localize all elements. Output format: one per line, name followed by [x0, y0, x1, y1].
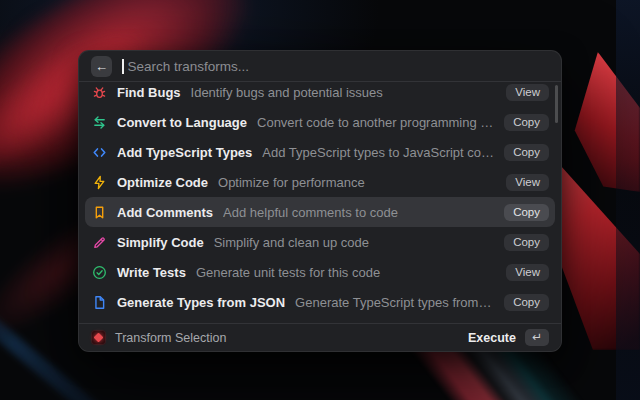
row-title: Add Comments [117, 205, 213, 220]
row-action-button[interactable]: Copy [504, 114, 549, 131]
list-item[interactable]: Add TypeScript Types Add TypeScript type… [79, 137, 561, 167]
row-subtitle: Add helpful comments to code [223, 205, 494, 220]
list-item[interactable]: Optimize Code Optimize for performance V… [79, 167, 561, 197]
check-circle-icon [91, 264, 107, 280]
bookmark-icon [91, 204, 107, 220]
scrollbar-thumb[interactable] [555, 85, 558, 123]
search-bar: ← [79, 51, 561, 82]
bug-icon [91, 84, 107, 100]
row-title: Find Bugs [117, 85, 181, 100]
row-action-button[interactable]: Copy [504, 204, 549, 221]
execute-label: Execute [468, 331, 516, 345]
row-subtitle: Simplify and clean up code [214, 235, 494, 250]
row-title: Generate Types from JSON [117, 295, 285, 310]
text-cursor [122, 59, 124, 74]
back-button[interactable]: ← [91, 56, 112, 77]
row-subtitle: Generate TypeScript types from JSON data [295, 295, 494, 310]
code-brackets-icon [91, 144, 107, 160]
row-subtitle: Identify bugs and potential issues [191, 85, 497, 100]
row-subtitle: Generate unit tests for this code [196, 265, 496, 280]
row-action-button[interactable]: Copy [504, 144, 549, 161]
search-input[interactable] [128, 59, 550, 74]
diamond-glyph [94, 333, 104, 343]
row-subtitle: Optimize for performance [218, 175, 496, 190]
list-item[interactable]: Add Comments Add helpful comments to cod… [85, 197, 555, 227]
row-title: Convert to Language [117, 115, 247, 130]
row-action-button[interactable]: Copy [504, 294, 549, 311]
swap-arrows-icon [91, 114, 107, 130]
transform-list-items: Find Bugs Identify bugs and potential is… [79, 82, 561, 317]
list-item[interactable]: Generate Types from JSON Generate TypeSc… [79, 287, 561, 317]
list-item[interactable]: Convert to Language Convert code to anot… [79, 107, 561, 137]
list-item[interactable]: Simplify Code Simplify and clean up code… [79, 227, 561, 257]
row-title: Optimize Code [117, 175, 208, 190]
return-key-badge[interactable]: ↵ [525, 329, 549, 346]
row-action-button[interactable]: Copy [504, 234, 549, 251]
command-palette: ← Find Bugs Identify bugs and potential … [78, 50, 562, 352]
row-action-button[interactable]: View [506, 174, 549, 191]
row-title: Write Tests [117, 265, 186, 280]
row-subtitle: Add TypeScript types to JavaScript code [262, 145, 494, 160]
lightning-icon [91, 174, 107, 190]
transform-list: Find Bugs Identify bugs and potential is… [79, 82, 561, 323]
file-icon [91, 294, 107, 310]
list-item[interactable]: Write Tests Generate unit tests for this… [79, 257, 561, 287]
row-title: Add TypeScript Types [117, 145, 252, 160]
footer-action-label: Transform Selection [115, 331, 459, 345]
wallpaper-navy-edge [616, 0, 640, 400]
row-title: Simplify Code [117, 235, 204, 250]
transform-app-icon [91, 330, 106, 345]
row-action-button[interactable]: View [506, 264, 549, 281]
palette-footer: Transform Selection Execute ↵ [79, 323, 561, 351]
pen-icon [91, 234, 107, 250]
row-subtitle: Convert code to another programming lang… [257, 115, 494, 130]
row-action-button[interactable]: View [506, 84, 549, 101]
list-item[interactable]: Find Bugs Identify bugs and potential is… [79, 82, 561, 107]
